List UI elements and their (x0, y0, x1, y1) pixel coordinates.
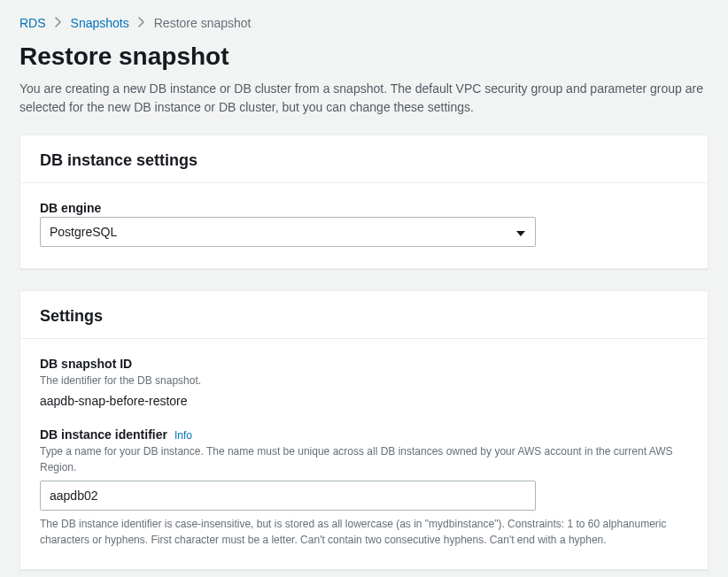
page-title: Restore snapshot (19, 42, 709, 71)
breadcrumb: RDS Snapshots Restore snapshot (19, 16, 709, 30)
db-engine-label: DB engine (40, 201, 688, 215)
breadcrumb-snapshots[interactable]: Snapshots (71, 16, 129, 30)
db-instance-settings-panel: DB instance settings DB engine PostgreSQ… (19, 135, 709, 269)
panel-header: Settings (20, 291, 708, 339)
panel-title: DB instance settings (40, 151, 688, 170)
db-snapshot-id-field: DB snapshot ID The identifier for the DB… (40, 357, 688, 408)
db-instance-identifier-help: Type a name for your DB instance. The na… (40, 443, 688, 475)
panel-body: DB snapshot ID The identifier for the DB… (20, 339, 708, 569)
db-instance-identifier-label-text: DB instance identifier (40, 427, 167, 442)
db-snapshot-id-help: The identifier for the DB snapshot. (40, 373, 688, 389)
chevron-right-icon (55, 17, 62, 30)
settings-panel: Settings DB snapshot ID The identifier f… (19, 290, 709, 570)
db-snapshot-id-label: DB snapshot ID (40, 357, 688, 371)
panel-title: Settings (40, 307, 688, 326)
info-link[interactable]: Info (174, 429, 192, 442)
page-description: You are creating a new DB instance or DB… (19, 80, 709, 117)
db-instance-identifier-input[interactable] (40, 481, 536, 511)
db-engine-select[interactable]: PostgreSQL (40, 217, 536, 247)
db-engine-select-wrap: PostgreSQL (40, 217, 536, 247)
db-instance-identifier-label: DB instance identifier Info (40, 427, 688, 442)
db-engine-field: DB engine PostgreSQL (40, 201, 688, 247)
panel-header: DB instance settings (20, 135, 708, 183)
db-instance-identifier-field: DB instance identifier Info Type a name … (40, 427, 688, 548)
db-snapshot-id-value: aapdb-snap-before-restore (40, 394, 688, 408)
breadcrumb-current: Restore snapshot (154, 16, 252, 30)
panel-body: DB engine PostgreSQL (20, 183, 708, 268)
chevron-right-icon (138, 17, 145, 30)
breadcrumb-rds[interactable]: RDS (19, 16, 46, 30)
db-instance-identifier-constraints: The DB instance identifier is case-insen… (40, 516, 688, 548)
